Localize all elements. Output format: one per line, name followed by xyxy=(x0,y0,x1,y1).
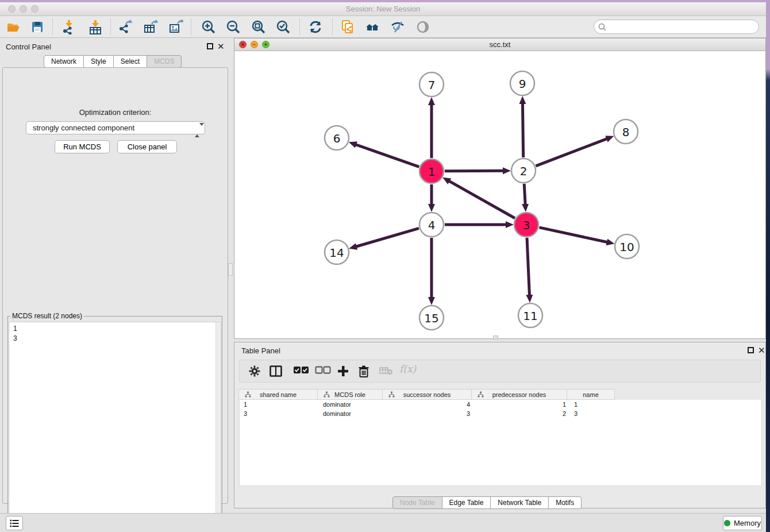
table-float-icon[interactable] xyxy=(748,347,754,353)
table-header-row: shared nameMCDS rolesuccessor nodesprede… xyxy=(239,389,615,400)
node-label-14: 14 xyxy=(329,246,344,260)
column-header-name[interactable]: name xyxy=(567,389,615,400)
save-session-icon[interactable] xyxy=(30,20,45,34)
delete-column-trash-icon[interactable] xyxy=(358,365,369,378)
column-header-label: MCDS role xyxy=(334,391,365,398)
close-panel-icon[interactable]: ✕ xyxy=(217,43,225,49)
tab-style[interactable]: Style xyxy=(83,55,114,68)
control-panel: Control Panel ✕ NetworkStyleSelectMCDS O… xyxy=(0,38,230,507)
import-network-icon[interactable] xyxy=(61,20,76,34)
optimization-criterion-label: Optimization criterion: xyxy=(3,108,228,117)
network-canvas[interactable]: 7968124314101511 xyxy=(234,51,765,338)
column-header-MCDS-role[interactable]: MCDS role xyxy=(317,389,383,400)
node-label-15: 15 xyxy=(424,311,438,325)
edge-3-to-10[interactable] xyxy=(539,228,607,242)
cell-predecessor-nodes[interactable]: 2 xyxy=(474,409,570,418)
zoom-fit-icon[interactable] xyxy=(251,20,266,34)
export-network-icon[interactable] xyxy=(118,20,133,34)
table-row[interactable]: 3dominator323 xyxy=(240,409,761,418)
tab-mcds[interactable]: MCDS xyxy=(147,55,182,68)
preview-eye-icon[interactable] xyxy=(415,20,430,34)
network-window: × − + scc.txt 7968124314101511 xyxy=(234,38,766,339)
memory-button[interactable]: Memory xyxy=(723,516,762,530)
table-panel-tabs: Node TableEdge TableNetwork TableMotifs xyxy=(393,496,582,509)
control-panel-title: Control Panel xyxy=(6,43,51,51)
node-label-4: 4 xyxy=(428,218,436,232)
clone-network-icon[interactable] xyxy=(340,20,355,34)
open-session-icon[interactable] xyxy=(6,20,21,34)
zoom-selected-icon[interactable] xyxy=(276,20,291,34)
export-image-icon[interactable] xyxy=(168,20,183,34)
tab-edge-table[interactable]: Edge Table xyxy=(442,496,491,509)
mcds-result-area[interactable]: 1 3 xyxy=(9,322,221,532)
import-table-icon[interactable] xyxy=(88,20,103,34)
main-toolbar xyxy=(0,16,766,38)
edge-1-to-2[interactable] xyxy=(445,171,504,171)
float-panel-icon[interactable] xyxy=(207,43,213,49)
list-icon xyxy=(10,519,19,527)
app-titlebar: Session: New Session xyxy=(0,2,766,16)
toggle-columns-icon[interactable] xyxy=(270,365,282,377)
cell-MCDS-role[interactable]: dominator xyxy=(319,400,384,409)
toolbar-separator xyxy=(110,19,111,35)
select-all-rows-icon[interactable] xyxy=(293,365,309,375)
create-column-plus-icon[interactable] xyxy=(337,365,349,377)
network-resize-grip[interactable] xyxy=(493,336,498,340)
zoom-out-icon[interactable] xyxy=(226,20,241,34)
memory-button-label: Memory xyxy=(734,519,761,527)
delete-table-icon-disabled xyxy=(379,365,393,376)
network-window-titlebar[interactable]: × − + scc.txt xyxy=(234,38,765,51)
run-mcds-button[interactable]: Run MCDS xyxy=(55,140,110,153)
apply-layout-icon[interactable] xyxy=(308,20,323,34)
cell-name[interactable]: 1 xyxy=(570,400,618,409)
table-row[interactable]: 1dominator411 xyxy=(240,400,761,409)
toolbar-separator xyxy=(299,19,300,35)
column-header-successor-nodes[interactable]: successor nodes xyxy=(382,389,472,400)
status-bar: Memory xyxy=(0,513,766,532)
panel-divider-grip[interactable] xyxy=(228,263,233,276)
tab-network-table[interactable]: Network Table xyxy=(490,496,549,509)
column-header-label: name xyxy=(583,391,599,398)
cell-MCDS-role[interactable]: dominator xyxy=(319,409,384,418)
deselect-all-rows-icon[interactable] xyxy=(315,365,331,375)
column-header-predecessor-nodes[interactable]: predecessor nodes xyxy=(471,389,567,400)
edge-1-to-6[interactable] xyxy=(355,144,419,167)
table-settings-gear-icon[interactable] xyxy=(249,365,260,377)
cell-name[interactable]: 3 xyxy=(570,409,618,418)
edge-2-to-8[interactable] xyxy=(536,138,607,166)
table-body: 1dominator4113dominator323 xyxy=(239,400,762,486)
show-all-networks-icon[interactable] xyxy=(365,20,380,34)
mcds-result-title: MCDS result (2 nodes) xyxy=(10,312,84,320)
zoom-in-icon[interactable] xyxy=(201,20,216,34)
criterion-dropdown[interactable]: strongly connected component xyxy=(26,121,205,134)
toolbar-separator xyxy=(191,19,191,35)
edge-2-to-9[interactable] xyxy=(522,103,523,157)
tab-node-table[interactable]: Node Table xyxy=(392,496,442,509)
edge-2-to-3[interactable] xyxy=(524,184,525,205)
network-window-title: scc.txt xyxy=(234,40,765,49)
hide-selected-icon[interactable] xyxy=(390,20,405,34)
cell-successor-nodes[interactable]: 3 xyxy=(384,409,474,418)
column-header-label: successor nodes xyxy=(403,391,451,398)
node-label-10: 10 xyxy=(619,240,634,254)
node-label-1: 1 xyxy=(428,165,436,179)
search-field[interactable] xyxy=(594,20,759,34)
result-scrollbar[interactable] xyxy=(215,322,221,532)
close-panel-button[interactable]: Close panel xyxy=(117,140,177,153)
column-header-shared-name[interactable]: shared name xyxy=(238,389,318,400)
tab-network[interactable]: Network xyxy=(44,55,84,68)
search-input[interactable] xyxy=(608,21,754,32)
edge-3-to-11[interactable] xyxy=(527,238,529,296)
edge-3-to-1[interactable] xyxy=(449,181,515,218)
cell-shared-name[interactable]: 3 xyxy=(240,409,319,418)
task-history-button[interactable] xyxy=(6,516,23,530)
cell-shared-name[interactable]: 1 xyxy=(240,400,319,409)
tab-select[interactable]: Select xyxy=(113,55,147,68)
table-panel-title: Table Panel xyxy=(241,346,280,355)
edge-4-to-14[interactable] xyxy=(356,228,419,246)
table-close-icon[interactable]: ✕ xyxy=(758,347,765,353)
export-table-icon[interactable] xyxy=(143,20,158,34)
tab-motifs[interactable]: Motifs xyxy=(548,496,582,509)
cell-predecessor-nodes[interactable]: 1 xyxy=(474,400,570,409)
cell-successor-nodes[interactable]: 4 xyxy=(384,400,474,409)
